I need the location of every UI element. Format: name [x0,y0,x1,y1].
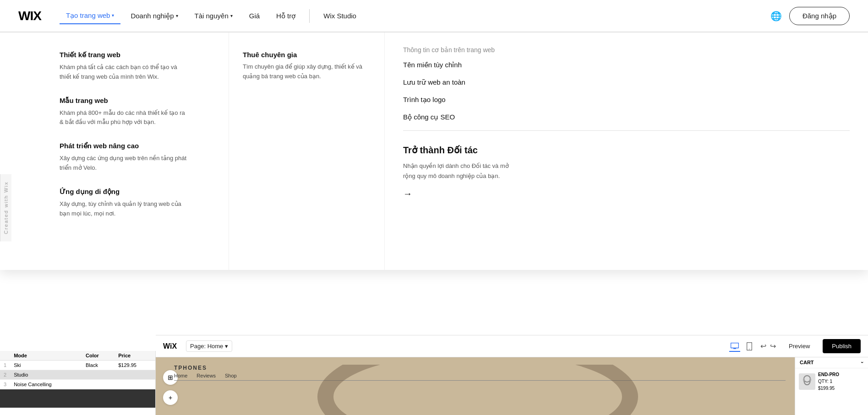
nav-link-price-label: Giá [249,12,260,20]
row-mode-3: Noise Cancelling [10,380,82,389]
table-col-mode: Mode [10,351,82,361]
globe-icon[interactable]: 🌐 [770,11,782,22]
preview-button[interactable]: Preview [781,340,817,352]
color-swatch-dark [0,389,155,408]
partner-arrow-icon[interactable]: → [403,189,412,199]
partner-title: Trở thành Đối tác [403,145,850,156]
editor-canvas: ⊞ + TPHONES Home Reviews Shop CART [156,357,868,415]
table-col-num [0,351,10,361]
row-mode-1: Ski [10,361,82,370]
nav-link-wix-studio[interactable]: Wix Studio [317,8,363,23]
left-table-panel: Mode Color Price 1 Ski Black $129.95 2 S… [0,351,156,415]
cart-item-name: END-PRO [818,371,839,378]
menu-item-templates-desc: Khám phá 800+ mẫu do các nhà thiết kế tạ… [60,108,188,128]
dropdown-center-panel: Thuê chuyên gia Tìm chuyên gia để giúp x… [229,32,385,270]
row-num-1: 1 [0,361,10,370]
nav-link-wix-studio-label: Wix Studio [323,12,356,20]
editor-strip: WiX Page: Home ▾ ↩ ↪ [156,335,868,415]
undo-icon[interactable]: ↩ [760,342,766,350]
publish-button[interactable]: Publish [823,339,861,353]
mobile-icon[interactable] [744,341,755,352]
menu-item-design-title[interactable]: Thiết kế trang web [60,51,210,59]
nav-link-support[interactable]: Hỗ trợ [270,8,302,24]
menu-item-mobile-title[interactable]: Ứng dụng di động [60,188,210,196]
headphone-arc [317,365,638,415]
menu-link-domain[interactable]: Tên miền tùy chỉnh [403,61,850,69]
menu-link-hosting[interactable]: Lưu trữ web an toàn [403,78,850,86]
menu-item-templates-title[interactable]: Mẫu trang web [60,97,210,105]
menu-item-advanced-desc: Xây dựng các ứng dụng web trên nền tảng … [60,154,188,173]
table-row[interactable]: 2 Studio [0,370,155,380]
row-num-2: 2 [0,370,10,380]
page-label: Page: Home [190,343,223,350]
row-color-2 [82,370,115,380]
menu-item-design-desc: Khám phá tất cả các cách bạn có thể tạo … [60,63,188,82]
nav-divider [309,9,310,23]
menu-item-hire-desc: Tìm chuyên gia để giúp xây dựng, thiết k… [243,62,371,81]
nav-links: Tạo trang web ▾ Doanh nghiệp ▾ Tài nguyê… [60,8,770,24]
partner-section: Trở thành Đối tác Nhận quyền lợi dành ch… [403,130,850,199]
wix-logo: WIX [18,9,41,23]
redo-icon[interactable]: ↪ [770,342,776,350]
cart-item-qty: QTY: 1 [818,378,839,385]
svg-point-4 [749,349,750,350]
menu-item-advanced: Phát triển web nâng cao Xây dựng các ứng… [60,142,210,173]
menu-item-hire-title[interactable]: Thuê chuyên gia [243,51,371,59]
cart-item-price: $199.95 [818,385,839,392]
menu-link-basics[interactable]: Thông tin cơ bản trên trang web [403,46,850,54]
page-chevron-icon: ▾ [225,343,228,350]
page-selector[interactable]: Page: Home ▾ [186,340,232,352]
nav-link-create[interactable]: Tạo trang web ▾ [60,8,121,24]
dropdown-menu: Thiết kế trang web Khám phá tất cả các c… [0,32,868,270]
partner-divider [403,130,850,131]
nav-link-price[interactable]: Giá [243,8,266,23]
editor-inner: ⊞ + TPHONES Home Reviews Shop CART [156,361,868,415]
row-price-3 [115,380,155,389]
menu-item-mobile-desc: Xây dựng, tùy chỉnh và quản lý trang web… [60,199,188,219]
canvas-icon-plus[interactable]: + [163,390,178,405]
nav-right: 🌐 Đăng nhập [770,7,850,25]
cart-header: CART › [795,357,868,368]
menu-link-seo[interactable]: Bộ công cụ SEO [403,113,850,121]
nav-link-resources-label: Tài nguyên [195,12,229,20]
chevron-down-icon: ▾ [230,13,233,18]
table-col-color: Color [82,351,115,361]
row-price-1: $129.95 [115,361,155,370]
chevron-down-icon: ▾ [112,13,114,18]
undo-redo: ↩ ↪ [760,342,776,350]
menu-item-hire: Thuê chuyên gia Tìm chuyên gia để giúp x… [243,51,371,81]
menu-link-logo[interactable]: Trình tạo logo [403,96,850,104]
nav-link-resources[interactable]: Tài nguyên ▾ [188,8,239,23]
svg-rect-0 [731,343,739,348]
menu-item-advanced-title[interactable]: Phát triển web nâng cao [60,142,210,150]
cart-item-info: END-PRO QTY: 1 $199.95 [818,371,839,392]
svg-rect-6 [803,378,805,381]
side-vertical-text: Created with Wix [0,174,11,241]
row-mode-2: Studio [10,370,82,380]
dropdown-right-panel: Thông tin cơ bản trên trang web Tên miền… [385,32,868,270]
device-icons [729,341,755,352]
cart-expand-icon[interactable]: › [860,361,865,363]
row-num-3: 3 [0,380,10,389]
svg-point-5 [804,376,810,382]
dropdown-left-panel: Thiết kế trang web Khám phá tất cả các c… [0,32,229,270]
product-table: Mode Color Price 1 Ski Black $129.95 2 S… [0,351,155,389]
nav-link-business[interactable]: Doanh nghiệp ▾ [124,8,184,24]
login-button[interactable]: Đăng nhập [789,7,850,25]
nav-link-support-label: Hỗ trợ [276,12,295,20]
editor-toolbar: WiX Page: Home ▾ ↩ ↪ [156,335,868,357]
nav-link-create-label: Tạo trang web [66,11,110,20]
table-row[interactable]: 1 Ski Black $129.95 [0,361,155,370]
navbar: WIX Tạo trang web ▾ Doanh nghiệp ▾ Tài n… [0,0,868,32]
cart-panel: CART › END-PRO QTY: 1 [795,357,868,415]
desktop-icon[interactable] [729,341,740,352]
menu-item-templates: Mẫu trang web Khám phá 800+ mẫu do các n… [60,97,210,128]
table-col-price: Price [115,351,155,361]
table-row[interactable]: 3 Noise Cancelling [0,380,155,389]
row-color-1: Black [82,361,115,370]
svg-rect-7 [809,378,811,381]
editor-wix-logo: WiX [163,342,177,350]
row-color-3 [82,380,115,389]
partner-desc: Nhận quyền lợi dành cho Đối tác và mở rộ… [403,161,522,181]
cart-item: END-PRO QTY: 1 $199.95 [795,368,868,394]
